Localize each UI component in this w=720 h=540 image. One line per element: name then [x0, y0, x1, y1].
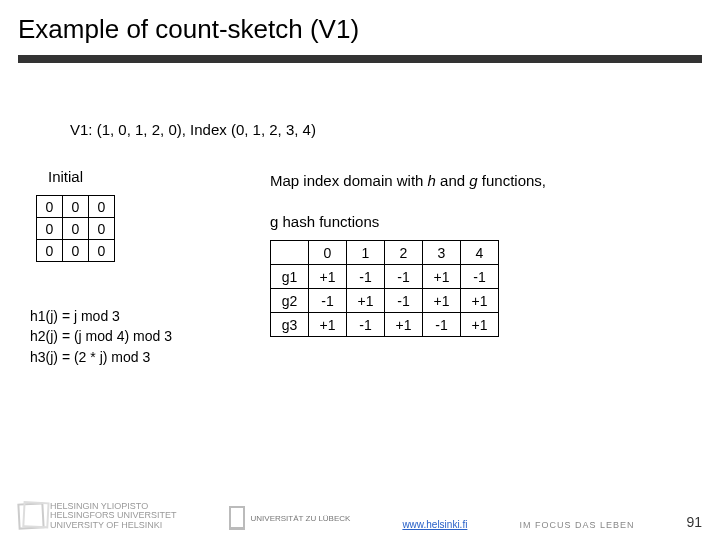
title-rule: [18, 55, 702, 61]
helsinki-icon: [17, 502, 44, 529]
g-cell: +1: [461, 289, 499, 313]
hash-def-2: h2(j) = (j mod 4) mod 3: [30, 326, 270, 346]
g-table: 0 1 2 3 4 g1 +1 -1 -1 +1 -1 g2 -1: [270, 240, 499, 337]
init-cell: 0: [89, 240, 115, 262]
g-cell: -1: [385, 265, 423, 289]
g-cell: -1: [347, 265, 385, 289]
g-cell: -1: [385, 289, 423, 313]
init-cell: 0: [63, 196, 89, 218]
footer: HELSINGIN YLIOPISTO HELSINGFORS UNIVERSI…: [0, 502, 720, 530]
map-caption: Map index domain with h and g functions,: [270, 172, 690, 189]
init-cell: 0: [89, 218, 115, 240]
g-col-header: 1: [347, 241, 385, 265]
hash-definitions: h1(j) = j mod 3 h2(j) = (j mod 4) mod 3 …: [30, 306, 270, 367]
g-col-header: 0: [309, 241, 347, 265]
page-title: Example of count-sketch (V1): [18, 14, 702, 45]
g-cell: +1: [309, 265, 347, 289]
lubeck-icon: [229, 506, 245, 530]
g-col-header: 4: [461, 241, 499, 265]
g-row-header: g2: [271, 289, 309, 313]
initial-label: Initial: [48, 168, 270, 185]
g-row-header: g1: [271, 265, 309, 289]
v1-definition: V1: (1, 0, 1, 2, 0), Index (0, 1, 2, 3, …: [70, 121, 690, 138]
helsinki-link[interactable]: www.helsinki.fi: [402, 519, 467, 530]
tagline: IM FOCUS DAS LEBEN: [519, 520, 634, 530]
g-cell: +1: [309, 313, 347, 337]
g-col-header: 2: [385, 241, 423, 265]
lubeck-logo: UNIVERSITÄT ZU LÜBECK: [229, 506, 351, 530]
g-cell: +1: [423, 289, 461, 313]
g-col-header: 3: [423, 241, 461, 265]
init-cell: 0: [89, 196, 115, 218]
init-cell: 0: [63, 240, 89, 262]
g-cell: -1: [347, 313, 385, 337]
helsinki-logo: HELSINGIN YLIOPISTO HELSINGFORS UNIVERSI…: [18, 502, 177, 530]
hash-def-3: h3(j) = (2 * j) mod 3: [30, 347, 270, 367]
init-cell: 0: [37, 240, 63, 262]
page-number: 91: [686, 514, 702, 530]
g-corner: [271, 241, 309, 265]
init-cell: 0: [63, 218, 89, 240]
init-cell: 0: [37, 218, 63, 240]
initial-table: 0 0 0 0 0 0 0 0 0: [36, 195, 115, 262]
g-cell: -1: [423, 313, 461, 337]
g-cell: -1: [461, 265, 499, 289]
g-cell: +1: [385, 313, 423, 337]
g-cell: +1: [347, 289, 385, 313]
init-cell: 0: [37, 196, 63, 218]
g-row-header: g3: [271, 313, 309, 337]
g-cell: +1: [423, 265, 461, 289]
g-cell: +1: [461, 313, 499, 337]
g-table-title: g hash functions: [270, 213, 690, 230]
hash-def-1: h1(j) = j mod 3: [30, 306, 270, 326]
g-cell: -1: [309, 289, 347, 313]
